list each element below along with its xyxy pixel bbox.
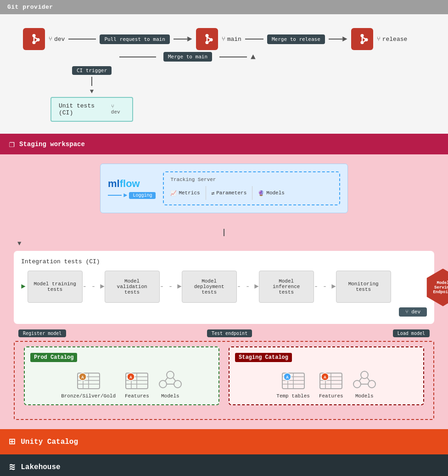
main-git-icon xyxy=(196,28,218,50)
integration-wrapper: Integration tests (CI) ► Model training … xyxy=(9,251,439,324)
integration-title: Integration tests (CI) xyxy=(21,258,427,265)
mlflow-row: mlflow ► Logging Tracking Server 📈 Metri… xyxy=(9,164,439,222)
unit-tests-branch: ⑂ dev xyxy=(111,104,125,115)
dev-bar-label: dev xyxy=(411,309,420,315)
staging-models-label: Models xyxy=(355,393,374,399)
tracking-server-title: Tracking Server xyxy=(170,177,333,182)
staging-features-icon: A xyxy=(319,367,343,391)
model-serving-endpoint-label: Model Serving Endpoint xyxy=(424,269,448,306)
merge-main-label: Merge to main xyxy=(163,52,212,62)
svg-line-38 xyxy=(173,378,176,381)
down-arrow-row xyxy=(9,229,439,236)
unity-catalog-bar: ⊞ Unity Catalog xyxy=(0,429,448,454)
catalogs-outer-box: Prod Catalog xyxy=(14,341,434,420)
model-deployment-tests-box: Model deployment tests xyxy=(182,271,237,303)
divider2 xyxy=(252,186,252,200)
staging-catalog-title: Staging Catalog xyxy=(235,353,292,362)
lakehouse-icon: ≋ xyxy=(9,461,15,473)
git-provider-bar: Git provider xyxy=(0,0,448,14)
down-arrowhead-row: ▼ xyxy=(17,240,439,247)
release-branch-text: release xyxy=(382,36,408,43)
tracking-server-box: Tracking Server 📈 Metrics ⇄ Parameters xyxy=(163,171,340,205)
staging-features-item: A Features xyxy=(319,367,343,399)
ci-section: CI trigger ▼ Unit tests (CI) ⑂ dev xyxy=(50,66,434,122)
staging-content: mlflow ► Logging Tracking Server 📈 Metri… xyxy=(0,154,448,429)
staging-temp-icon: A xyxy=(281,367,305,391)
svg-point-7 xyxy=(205,41,208,44)
register-model-badge: Register model xyxy=(18,329,66,337)
enter-arrow: ► xyxy=(21,283,26,291)
models-label: Models xyxy=(266,190,285,196)
branch-icon-dev: ⑂ xyxy=(49,36,52,43)
svg-line-4 xyxy=(36,40,38,42)
svg-point-1 xyxy=(32,41,35,44)
metrics-item: 📈 Metrics xyxy=(170,190,200,196)
svg-line-59 xyxy=(359,378,362,381)
ci-arrow-down: ▼ xyxy=(90,88,94,95)
svg-line-60 xyxy=(367,378,370,381)
prod-catalog-items: A Bronze/Silver/Gold xyxy=(30,367,213,399)
unit-tests-label: Unit tests (CI) xyxy=(59,102,107,116)
release-git-icon xyxy=(351,28,373,50)
parameters-icon: ⇄ xyxy=(212,190,215,196)
prod-models-icon xyxy=(158,367,182,391)
monitoring-tests-box: Monitoring tests xyxy=(336,271,391,303)
prod-bronze-label: Bronze/Silver/Gold xyxy=(61,393,116,399)
model-inference-tests-box: Model inference tests xyxy=(259,271,314,303)
prod-bronze-item: A Bronze/Silver/Gold xyxy=(61,367,116,399)
prod-models-item: Models xyxy=(158,367,182,399)
dev-bar: ⑂ dev xyxy=(399,307,427,317)
models-item: 🔮 Models xyxy=(258,190,285,196)
git-flow-row: ⑂ dev Pull request to main ► ⑂ main xyxy=(23,28,434,50)
mlflow-logo: mlflow xyxy=(108,178,140,190)
prod-models-label: Models xyxy=(161,393,179,399)
lakehouse-bar: ≋ Lakehouse xyxy=(0,454,448,476)
staging-header: ❐ Staging workspace xyxy=(0,134,448,154)
integration-tests-box: Integration tests (CI) ► Model training … xyxy=(14,251,434,324)
test-steps-row: ► Model training tests - - ► Model valid… xyxy=(21,271,427,303)
catalogs-row: Prod Catalog xyxy=(15,342,433,414)
prod-features-item: A Features xyxy=(125,367,149,399)
unit-tests-box: Unit tests (CI) ⑂ dev xyxy=(50,97,133,122)
model-training-tests-label: Model training tests xyxy=(34,281,77,292)
svg-line-10 xyxy=(208,40,210,42)
model-serving-endpoint: Model Serving Endpoint xyxy=(424,269,448,306)
svg-point-56 xyxy=(361,371,368,379)
svg-point-13 xyxy=(360,41,364,44)
branch-icon-main: ⑂ xyxy=(222,36,225,43)
staging-workspace: ❐ Staging workspace mlflow ► Logging Tra… xyxy=(0,134,448,429)
merge-main-row: Merge to main ▲ xyxy=(119,52,434,62)
branch-icon-release: ⑂ xyxy=(377,36,381,43)
svg-point-34 xyxy=(167,371,174,379)
svg-text:A: A xyxy=(324,375,327,380)
dev-git-icon xyxy=(23,28,45,50)
metrics-icon: 📈 xyxy=(170,190,177,196)
ci-trigger-col: CI trigger ▼ Unit tests (CI) ⑂ dev xyxy=(50,66,133,122)
git-provider-title: Git provider xyxy=(7,4,53,11)
staging-catalog-box: Staging Catalog xyxy=(229,346,424,405)
staging-temp-item: A Temp tables xyxy=(276,367,310,399)
model-deployment-tests-label: Model deployment tests xyxy=(188,278,231,295)
dashed-arrow-1: - - ► xyxy=(83,283,105,291)
staging-models-icon xyxy=(353,367,376,391)
staging-temp-label: Temp tables xyxy=(276,393,310,399)
ci-vert-line xyxy=(91,77,92,86)
test-endpoint-badge: Test endpoint xyxy=(207,329,252,337)
svg-point-57 xyxy=(353,380,361,388)
pull-request-label: Pull request to main xyxy=(100,34,169,44)
tracking-items: 📈 Metrics ⇄ Parameters 🔮 Models xyxy=(170,186,333,200)
staging-models-item: Models xyxy=(353,367,376,399)
model-training-tests-box: Model training tests xyxy=(28,271,83,303)
dashed-arrow-2: - - ► xyxy=(160,283,182,291)
lakehouse-title: Lakehouse xyxy=(21,463,60,471)
svg-text:A: A xyxy=(81,375,84,380)
metrics-label: Metrics xyxy=(179,190,200,196)
svg-point-0 xyxy=(32,34,35,37)
labels-row: Register model Test endpoint Load model xyxy=(9,326,439,341)
staging-catalog-items: A Temp tables xyxy=(235,367,418,399)
prod-catalog-box: Prod Catalog xyxy=(24,346,219,405)
svg-point-35 xyxy=(159,380,167,388)
unity-catalog-icon: ⊞ xyxy=(9,436,15,448)
model-inference-tests-label: Model inference tests xyxy=(265,278,308,295)
prod-features-icon: A xyxy=(125,367,149,391)
